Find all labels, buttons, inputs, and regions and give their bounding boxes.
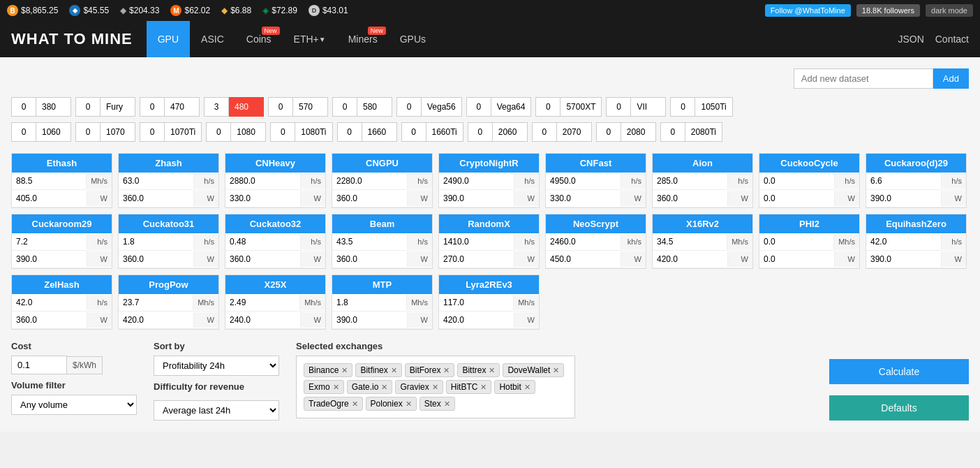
- algo-power-input[interactable]: [12, 251, 87, 268]
- gpu-label[interactable]: 1060: [36, 122, 71, 142]
- exchange-remove[interactable]: ✕: [406, 400, 412, 409]
- exchange-remove[interactable]: ✕: [444, 400, 450, 409]
- exchange-remove[interactable]: ✕: [381, 383, 387, 392]
- gpu-count-input[interactable]: [468, 122, 493, 142]
- gpu-count-input[interactable]: [268, 97, 293, 117]
- algo-hashrate-input[interactable]: [12, 233, 87, 250]
- algo-power-input[interactable]: [225, 251, 300, 268]
- gpu-count-input[interactable]: [606, 97, 631, 117]
- gpu-label[interactable]: Fury: [101, 97, 135, 117]
- follow-button[interactable]: Follow @WhatToMine: [765, 4, 851, 17]
- algo-header[interactable]: CNGPU: [332, 154, 432, 173]
- gpu-label[interactable]: 380: [36, 97, 71, 117]
- difficulty-select[interactable]: Average last 24h: [154, 400, 279, 421]
- gpu-label[interactable]: 1070Ti: [165, 122, 202, 142]
- algo-power-input[interactable]: [12, 312, 87, 328]
- algo-power-input[interactable]: [225, 190, 300, 207]
- algo-hashrate-input[interactable]: [759, 233, 833, 250]
- gpu-label[interactable]: 580: [357, 97, 392, 117]
- algo-header[interactable]: Cuckatoo31: [119, 214, 218, 233]
- algo-power-input[interactable]: [119, 251, 193, 268]
- algo-header[interactable]: CNHeavy: [225, 154, 325, 173]
- volume-select[interactable]: Any volume: [11, 395, 137, 415]
- algo-header[interactable]: Beam: [332, 214, 432, 233]
- gpu-count-input[interactable]: [337, 122, 362, 142]
- algo-power-input[interactable]: [546, 251, 621, 268]
- exchange-remove[interactable]: ✕: [489, 366, 495, 375]
- gpu-count-input[interactable]: [596, 122, 621, 142]
- algo-power-input[interactable]: [119, 190, 193, 207]
- algo-hashrate-input[interactable]: [119, 294, 193, 311]
- gpu-label[interactable]: 1080Ti: [295, 122, 332, 142]
- algo-hashrate-input[interactable]: [759, 173, 834, 189]
- algo-power-input[interactable]: [119, 312, 193, 328]
- nav-miners[interactable]: Miners New: [337, 21, 389, 57]
- algo-header[interactable]: PHI2: [759, 214, 859, 233]
- algo-hashrate-input[interactable]: [225, 173, 300, 189]
- exchange-remove[interactable]: ✕: [333, 383, 339, 392]
- gpu-count-input[interactable]: [401, 122, 426, 142]
- algo-hashrate-input[interactable]: [546, 233, 621, 250]
- exchange-remove[interactable]: ✕: [524, 383, 530, 392]
- algo-hashrate-input[interactable]: [866, 173, 941, 189]
- exchange-remove[interactable]: ✕: [341, 366, 348, 375]
- algo-power-input[interactable]: [759, 190, 834, 207]
- algo-header[interactable]: RandomX: [439, 214, 539, 233]
- algo-header[interactable]: CuckooCycle: [759, 154, 859, 173]
- gpu-count-input[interactable]: [75, 122, 101, 142]
- dark-mode-button[interactable]: dark mode: [926, 4, 973, 17]
- sortby-select[interactable]: Profitability 24h: [154, 356, 279, 376]
- nav-contact[interactable]: Contact: [935, 34, 969, 45]
- nav-gpus[interactable]: GPUs: [389, 21, 437, 57]
- gpu-label[interactable]: 5700XT: [560, 97, 602, 117]
- algo-header[interactable]: Cuckaroo(d)29: [866, 154, 966, 173]
- algo-header[interactable]: Cuckatoo32: [225, 214, 325, 233]
- algo-header[interactable]: Lyra2REv3: [439, 275, 539, 294]
- algo-header[interactable]: NeoScrypt: [546, 214, 646, 233]
- exchange-remove[interactable]: ✕: [480, 383, 487, 392]
- algo-power-input[interactable]: [866, 251, 941, 268]
- algo-power-input[interactable]: [439, 251, 514, 268]
- algo-power-input[interactable]: [332, 251, 407, 268]
- gpu-count-input[interactable]: [140, 122, 165, 142]
- gpu-label[interactable]: 1660Ti: [426, 122, 463, 142]
- gpu-count-input[interactable]: [396, 97, 422, 117]
- exchange-remove[interactable]: ✕: [432, 383, 438, 392]
- algo-hashrate-input[interactable]: [439, 173, 514, 189]
- exchange-remove[interactable]: ✕: [443, 366, 450, 375]
- exchange-remove[interactable]: ✕: [553, 366, 559, 375]
- gpu-label[interactable]: 1070: [101, 122, 135, 142]
- algo-hashrate-input[interactable]: [332, 233, 407, 250]
- algo-header[interactable]: MTP: [332, 275, 432, 294]
- add-dataset-button[interactable]: Add: [933, 68, 969, 89]
- algo-header[interactable]: ProgPow: [119, 275, 218, 294]
- gpu-count-input[interactable]: [206, 122, 231, 142]
- nav-json[interactable]: JSON: [898, 34, 923, 45]
- gpu-label[interactable]: 1660: [362, 122, 397, 142]
- algo-hashrate-input[interactable]: [653, 233, 727, 250]
- algo-power-input[interactable]: [225, 312, 300, 328]
- defaults-button[interactable]: Defaults: [829, 395, 969, 421]
- algo-hashrate-input[interactable]: [225, 233, 300, 250]
- algo-power-input[interactable]: [546, 190, 621, 207]
- algo-power-input[interactable]: [439, 312, 514, 328]
- algo-power-input[interactable]: [332, 190, 407, 207]
- algo-hashrate-input[interactable]: [439, 233, 514, 250]
- gpu-count-input[interactable]: [75, 97, 101, 117]
- gpu-label[interactable]: 570: [293, 97, 328, 117]
- calculate-button[interactable]: Calculate: [829, 359, 969, 384]
- cost-input[interactable]: [11, 356, 67, 374]
- dataset-input[interactable]: [794, 68, 933, 89]
- gpu-count-input[interactable]: [466, 97, 491, 117]
- exchange-remove[interactable]: ✕: [391, 366, 397, 375]
- algo-header[interactable]: EquihashZero: [866, 214, 966, 233]
- algo-header[interactable]: Ethash: [12, 154, 112, 173]
- algo-power-input[interactable]: [332, 312, 407, 328]
- algo-header[interactable]: CryptoNightR: [439, 154, 539, 173]
- exchange-remove[interactable]: ✕: [352, 400, 358, 409]
- gpu-label[interactable]: 2060: [493, 122, 528, 142]
- gpu-label[interactable]: 2070: [557, 122, 592, 142]
- algo-hashrate-input[interactable]: [332, 173, 407, 189]
- algo-power-input[interactable]: [12, 190, 87, 207]
- algo-power-input[interactable]: [759, 251, 834, 268]
